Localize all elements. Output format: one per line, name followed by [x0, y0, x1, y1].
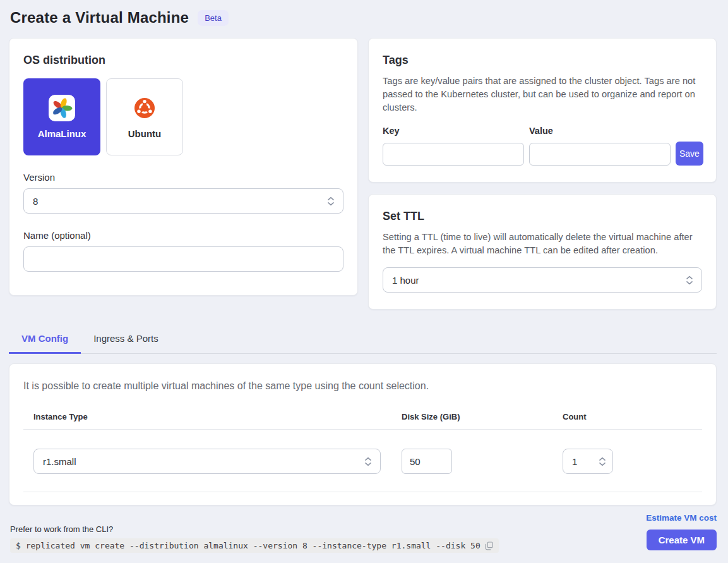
- copy-icon[interactable]: [485, 542, 493, 550]
- distro-tile-label: AlmaLinux: [38, 128, 87, 139]
- column-header-instance-type: Instance Type: [33, 412, 402, 421]
- tab-bar: VM Config Ingress & Ports: [9, 327, 717, 354]
- version-label: Version: [23, 172, 343, 183]
- top-grid: OS distribution: [9, 38, 717, 310]
- page-header: Create a Virtual Machine Beta: [10, 9, 717, 27]
- os-distribution-card: OS distribution: [9, 38, 358, 296]
- beta-badge: Beta: [198, 10, 229, 26]
- distro-tile-almalinux[interactable]: AlmaLinux: [23, 78, 100, 155]
- ttl-card-title: Set TTL: [383, 210, 702, 223]
- tag-key-input[interactable]: [383, 143, 524, 166]
- tag-form: Key Value Save: [383, 126, 702, 166]
- chevron-updown-icon: [599, 457, 606, 466]
- estimate-vm-cost-link[interactable]: Estimate VM cost: [646, 513, 717, 523]
- chevron-updown-icon: [364, 457, 372, 466]
- cli-command-block: $ replicated vm create --distribution al…: [10, 538, 499, 553]
- cli-label: Prefer to work from the CLI?: [10, 524, 499, 534]
- tag-key-label: Key: [383, 126, 524, 136]
- create-vm-page: Create a Virtual Machine Beta OS distrib…: [0, 0, 728, 563]
- distro-tile-label: Ubuntu: [128, 128, 161, 139]
- count-value: 1: [572, 456, 577, 467]
- version-select[interactable]: 8: [23, 188, 343, 214]
- ttl-card-description: Setting a TTL (time to live) will automa…: [383, 231, 702, 257]
- tags-card-description: Tags are key/value pairs that are assign…: [383, 75, 702, 114]
- chevron-updown-icon: [327, 197, 335, 206]
- instance-type-value: r1.small: [43, 456, 76, 467]
- count-stepper[interactable]: 1: [563, 449, 613, 474]
- version-select-value: 8: [33, 196, 38, 207]
- vm-config-card: It is possible to create multiple virtua…: [9, 363, 717, 505]
- almalinux-logo-icon: [49, 95, 75, 121]
- os-card-title: OS distribution: [23, 54, 343, 67]
- set-ttl-card: Set TTL Setting a TTL (time to live) wil…: [368, 194, 717, 310]
- tab-ingress-ports[interactable]: Ingress & Ports: [81, 327, 171, 354]
- vm-config-intro: It is possible to create multiple virtua…: [23, 380, 702, 392]
- footer-actions: Estimate VM cost Create VM: [646, 513, 717, 550]
- name-label: Name (optional): [23, 230, 343, 241]
- distro-tile-ubuntu[interactable]: Ubuntu: [106, 78, 183, 155]
- vm-table-row: r1.small 1: [23, 430, 702, 492]
- chevron-updown-icon: [686, 275, 693, 285]
- tags-card: Tags Tags are key/value pairs that are a…: [368, 38, 717, 183]
- tag-key-column: Key: [383, 126, 524, 166]
- ubuntu-logo-icon: [131, 95, 158, 121]
- instance-type-select[interactable]: r1.small: [33, 449, 381, 474]
- disk-size-cell: [402, 449, 563, 474]
- tag-value-label: Value: [529, 126, 671, 136]
- ttl-select[interactable]: 1 hour: [383, 267, 702, 293]
- instance-type-cell: r1.small: [33, 449, 402, 474]
- tag-value-input[interactable]: [529, 143, 671, 166]
- footer: Prefer to work from the CLI? $ replicate…: [9, 513, 717, 553]
- count-cell: 1: [563, 449, 692, 474]
- right-column: Tags Tags are key/value pairs that are a…: [368, 38, 717, 310]
- tag-value-column: Value: [529, 126, 671, 166]
- save-tag-button[interactable]: Save: [676, 142, 703, 166]
- column-header-disk-size: Disk Size (GiB): [402, 412, 563, 421]
- page-title: Create a Virtual Machine: [10, 9, 189, 27]
- tab-vm-config[interactable]: VM Config: [9, 327, 81, 354]
- cli-command-text: $ replicated vm create --distribution al…: [16, 541, 480, 550]
- cli-section: Prefer to work from the CLI? $ replicate…: [10, 524, 499, 553]
- name-input[interactable]: [23, 246, 343, 272]
- disk-size-input[interactable]: [402, 449, 452, 474]
- tags-card-title: Tags: [383, 54, 702, 67]
- column-header-count: Count: [563, 412, 692, 421]
- vm-table-header: Instance Type Disk Size (GiB) Count: [23, 412, 702, 430]
- create-vm-button[interactable]: Create VM: [647, 530, 717, 550]
- ttl-select-value: 1 hour: [392, 275, 419, 286]
- distro-tiles: AlmaLinux: [23, 78, 343, 155]
- vm-table: Instance Type Disk Size (GiB) Count r1.s…: [23, 412, 702, 492]
